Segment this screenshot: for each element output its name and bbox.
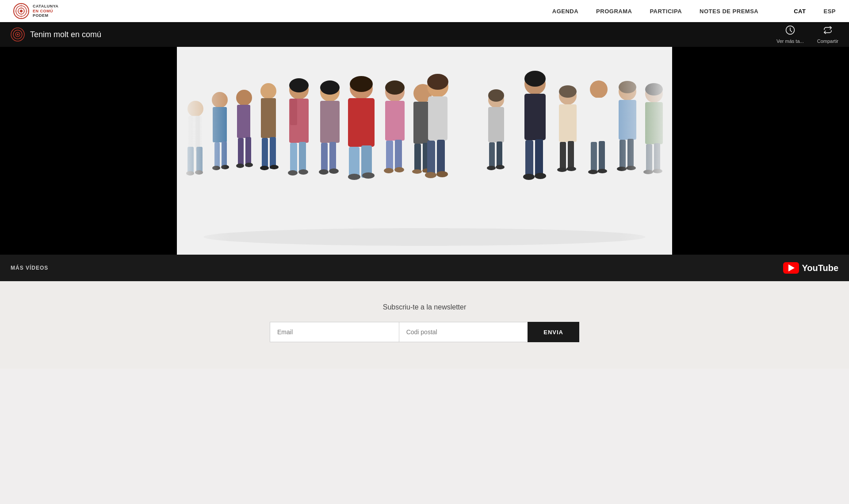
svg-point-32: [245, 163, 253, 167]
nav-notes-premsa[interactable]: NOTES DE PREMSA: [700, 8, 758, 15]
svg-point-12: [203, 228, 646, 246]
svg-point-9: [17, 34, 19, 35]
svg-point-93: [523, 174, 535, 180]
video-header: Tenim molt en comú Ver más ta...: [0, 22, 849, 47]
svg-point-89: [524, 71, 546, 87]
lang-cat[interactable]: CAT: [794, 8, 806, 15]
video-player[interactable]: [0, 47, 849, 255]
svg-rect-99: [568, 141, 574, 171]
nav-participa[interactable]: PARTICIPA: [650, 8, 682, 15]
svg-point-66: [384, 168, 394, 173]
svg-rect-49: [320, 101, 340, 143]
nav-agenda[interactable]: AGENDA: [552, 8, 578, 15]
svg-point-80: [436, 171, 448, 177]
svg-rect-36: [270, 137, 276, 169]
share-icon: [823, 25, 833, 37]
submit-button[interactable]: ENVIA: [528, 322, 579, 342]
newsletter-form: ENVIA: [270, 322, 579, 342]
clock-icon: [785, 25, 795, 37]
svg-point-55: [350, 76, 373, 92]
svg-rect-44: [299, 142, 306, 174]
newsletter-section: Subscriu-te a la newsletter ENVIA: [0, 281, 849, 369]
share-button[interactable]: Compartir: [817, 25, 838, 44]
svg-rect-63: [385, 101, 405, 141]
video-actions: Ver más ta... Compartir: [776, 25, 838, 44]
video-section: Tenim molt en comú Ver más ta...: [0, 22, 849, 281]
youtube-label: YouTube: [802, 263, 838, 273]
svg-point-96: [559, 85, 577, 98]
postal-input[interactable]: [399, 322, 528, 342]
svg-point-53: [329, 168, 339, 174]
svg-rect-64: [386, 141, 393, 172]
svg-rect-70: [414, 144, 421, 172]
svg-point-27: [236, 90, 252, 106]
svg-point-33: [260, 83, 276, 99]
email-input[interactable]: [270, 322, 399, 342]
svg-rect-83: [488, 107, 504, 142]
brand-logo: [13, 3, 29, 19]
logo-area[interactable]: CATALUNYA EN COMÚ PODEM: [13, 3, 58, 19]
lang-esp[interactable]: ESP: [823, 8, 836, 15]
svg-point-107: [597, 169, 607, 173]
nav-programa[interactable]: PROGRAMA: [596, 8, 632, 15]
video-title-area: Tenim molt en comú: [11, 27, 101, 42]
svg-point-94: [535, 173, 546, 179]
svg-rect-51: [329, 142, 336, 173]
video-brand-logo: [11, 27, 25, 42]
svg-point-59: [348, 174, 360, 180]
newsletter-title: Subscriu-te a la newsletter: [383, 303, 467, 311]
svg-rect-29: [238, 138, 244, 167]
svg-rect-78: [437, 140, 445, 176]
watch-later-button[interactable]: Ver más ta...: [776, 25, 804, 44]
svg-rect-34: [261, 98, 276, 138]
svg-rect-76: [428, 96, 447, 141]
svg-point-67: [394, 167, 404, 172]
youtube-play-icon: [788, 264, 795, 271]
svg-point-48: [320, 80, 340, 95]
svg-point-45: [288, 170, 298, 176]
video-title: Tenim molt en comú: [30, 30, 101, 39]
svg-point-52: [319, 169, 329, 175]
svg-point-100: [557, 168, 567, 172]
svg-point-40: [289, 78, 309, 92]
svg-rect-123: [619, 47, 672, 255]
svg-rect-50: [321, 143, 328, 173]
svg-rect-65: [395, 140, 402, 172]
share-label: Compartir: [817, 38, 838, 44]
svg-rect-122: [177, 47, 230, 255]
svg-point-46: [298, 169, 308, 175]
top-navigation: CATALUNYA EN COMÚ PODEM AGENDA PROGRAMA …: [0, 0, 849, 22]
svg-point-82: [488, 89, 504, 102]
svg-point-106: [588, 170, 598, 174]
svg-point-38: [270, 165, 279, 169]
svg-point-87: [496, 165, 505, 169]
svg-rect-57: [349, 147, 359, 178]
svg-rect-56: [348, 98, 375, 147]
svg-point-102: [590, 80, 608, 98]
mas-videos-button[interactable]: MÁS VÍDEOS: [11, 265, 48, 271]
svg-rect-43: [290, 143, 297, 174]
svg-rect-42: [290, 99, 297, 125]
video-thumbnail: [177, 47, 672, 255]
watch-later-label: Ver más ta...: [776, 38, 804, 44]
svg-rect-30: [245, 137, 251, 167]
svg-rect-28: [237, 105, 250, 138]
svg-rect-90: [524, 94, 546, 140]
svg-point-60: [362, 172, 375, 179]
svg-point-37: [260, 166, 269, 170]
svg-point-62: [385, 80, 405, 95]
svg-rect-85: [497, 141, 502, 169]
svg-rect-91: [525, 140, 533, 178]
svg-rect-92: [535, 139, 543, 178]
video-footer: MÁS VÍDEOS YouTube: [0, 255, 849, 281]
nav-links: AGENDA PROGRAMA PARTICIPA NOTES DE PREMS…: [552, 8, 836, 15]
svg-point-79: [425, 172, 436, 178]
youtube-logo[interactable]: YouTube: [783, 262, 838, 274]
svg-rect-98: [560, 142, 566, 171]
youtube-icon: [783, 262, 799, 274]
svg-point-86: [487, 166, 496, 170]
svg-point-101: [566, 167, 576, 171]
svg-point-31: [236, 164, 244, 168]
video-scene: [177, 47, 672, 255]
svg-point-72: [412, 169, 422, 174]
